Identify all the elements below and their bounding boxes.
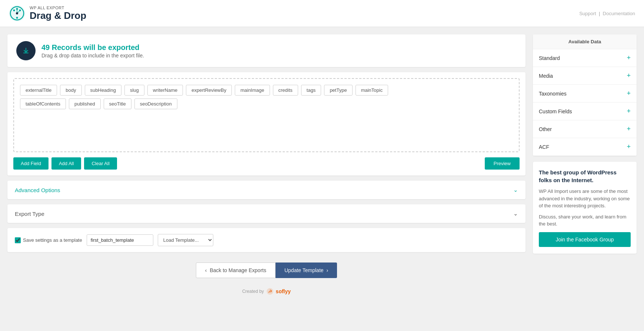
- field-tag[interactable]: credits: [273, 85, 298, 96]
- advanced-options-label: Advanced Options: [15, 187, 60, 193]
- export-type-toggle[interactable]: Export Type ⌄: [7, 204, 525, 223]
- records-count-title: 49 Records will be exported: [41, 43, 144, 52]
- category-label: Standard: [539, 55, 560, 61]
- left-column: 49 Records will be exported Drag & drop …: [7, 34, 525, 300]
- created-by-text: Created by: [242, 289, 264, 294]
- support-link[interactable]: Support: [579, 11, 596, 16]
- available-data-header: Available Data: [533, 34, 637, 49]
- field-tag[interactable]: seoTitle: [104, 98, 131, 109]
- field-tag[interactable]: mainTopic: [356, 85, 388, 96]
- right-sidebar: Available Data Standard+Media+Taxonomies…: [533, 34, 637, 254]
- fields-row-2: tableOfContentspublishedseoTitleseoDescr…: [20, 98, 513, 109]
- advanced-options-toggle[interactable]: Advanced Options ⌄: [7, 181, 525, 199]
- header-subtitle: WP ALL EXPORT: [30, 6, 86, 10]
- documentation-link[interactable]: Documentation: [603, 11, 635, 16]
- main-container: 49 Records will be exported Drag & drop …: [0, 27, 644, 307]
- logo-area: WP ALL EXPORT Drag & Drop: [9, 5, 86, 21]
- field-tag[interactable]: body: [60, 85, 81, 96]
- footer: Created by soflyy: [7, 283, 525, 300]
- header-links: Support | Documentation: [579, 11, 635, 16]
- category-label: Media: [539, 73, 553, 79]
- records-text: 49 Records will be exported Drag & drop …: [41, 43, 144, 58]
- drag-drop-container: externalTitlebodysubHeadingslugwriterNam…: [7, 72, 525, 175]
- records-banner: 49 Records will be exported Drag & drop …: [7, 34, 525, 67]
- field-tag[interactable]: tableOfContents: [20, 98, 66, 109]
- soflyy-brand: soflyy: [276, 288, 291, 294]
- chevron-down-icon: ⌄: [513, 187, 518, 193]
- records-description: Drag & drop data to include in the expor…: [41, 53, 144, 58]
- clear-all-button[interactable]: Clear All: [84, 157, 117, 170]
- preview-button[interactable]: Preview: [485, 157, 520, 170]
- bottom-buttons: ‹ Back to Manage Exports Update Template…: [7, 263, 525, 278]
- title-group: WP ALL EXPORT Drag & Drop: [30, 6, 86, 21]
- category-label: Taxonomies: [539, 91, 567, 97]
- field-tag[interactable]: published: [69, 98, 101, 109]
- template-name-input[interactable]: [87, 234, 153, 246]
- field-tag[interactable]: externalTitle: [20, 85, 57, 96]
- back-button[interactable]: ‹ Back to Manage Exports: [196, 263, 276, 278]
- field-tag[interactable]: expertReviewBy: [186, 85, 232, 96]
- category-label: ACF: [539, 144, 549, 150]
- save-template-label: Save settings as a template: [15, 237, 82, 243]
- community-title: The best group of WordPress folks on the…: [539, 168, 631, 184]
- field-tag[interactable]: writerName: [147, 85, 183, 96]
- fields-row-1: externalTitlebodysubHeadingslugwriterNam…: [20, 85, 513, 96]
- export-type-chevron-icon: ⌄: [513, 210, 518, 217]
- community-desc2: Discuss, share your work, and learn from…: [539, 213, 631, 228]
- field-tag[interactable]: petType: [324, 85, 352, 96]
- category-label: Custom Fields: [539, 108, 572, 114]
- field-tag[interactable]: mainImage: [235, 85, 270, 96]
- svg-point-8: [16, 12, 18, 14]
- add-all-button[interactable]: Add All: [51, 157, 81, 170]
- expand-icon: +: [627, 143, 631, 151]
- svg-point-2: [16, 8, 18, 10]
- expand-icon: +: [627, 107, 631, 115]
- category-label: Other: [539, 126, 552, 132]
- facebook-group-button[interactable]: Join the Facebook Group: [539, 232, 631, 247]
- sidebar-category-custom-fields[interactable]: Custom Fields+: [533, 103, 637, 120]
- soflyy-logo-icon: [266, 288, 274, 295]
- download-icon: [21, 46, 31, 56]
- back-button-label: Back to Manage Exports: [210, 267, 266, 273]
- save-template-checkbox[interactable]: [15, 237, 21, 243]
- sidebar-category-media[interactable]: Media+: [533, 67, 637, 85]
- sidebar-category-acf[interactable]: ACF+: [533, 138, 637, 156]
- drag-drop-area[interactable]: externalTitlebodysubHeadingslugwriterNam…: [13, 78, 520, 152]
- expand-icon: +: [627, 125, 631, 133]
- action-buttons: Add Field Add All Clear All Preview: [13, 157, 520, 170]
- logo-icon: [9, 5, 25, 21]
- sidebar-category-taxonomies[interactable]: Taxonomies+: [533, 85, 637, 103]
- svg-point-4: [16, 17, 18, 19]
- header-title: Drag & Drop: [30, 10, 86, 21]
- expand-icon: +: [627, 90, 631, 97]
- template-section: Save settings as a template Load Templat…: [7, 228, 525, 252]
- community-desc1: WP All Import users are some of the most…: [539, 188, 631, 210]
- save-template-text: Save settings as a template: [23, 237, 82, 243]
- expand-icon: +: [627, 54, 631, 62]
- field-tag[interactable]: seoDescription: [134, 98, 177, 109]
- update-template-button[interactable]: Update Template ›: [276, 263, 337, 278]
- back-arrow-icon: ‹: [205, 267, 207, 273]
- available-data-panel: Available Data Standard+Media+Taxonomies…: [533, 34, 637, 156]
- field-tag[interactable]: subHeading: [85, 85, 121, 96]
- export-type-label: Export Type: [15, 211, 44, 217]
- field-tag[interactable]: slug: [124, 85, 144, 96]
- update-arrow-icon: ›: [327, 267, 328, 273]
- sidebar-category-other[interactable]: Other+: [533, 120, 637, 138]
- records-title-suffix: Records will be exported: [50, 43, 139, 51]
- community-box: The best group of WordPress folks on the…: [533, 162, 637, 254]
- svg-point-5: [13, 10, 15, 11]
- sidebar-category-standard[interactable]: Standard+: [533, 49, 637, 67]
- field-tag[interactable]: tags: [301, 85, 321, 96]
- records-count: 49: [41, 43, 50, 51]
- sidebar-categories: Standard+Media+Taxonomies+Custom Fields+…: [533, 49, 637, 156]
- expand-icon: +: [627, 72, 631, 80]
- svg-point-3: [19, 10, 21, 11]
- header: WP ALL EXPORT Drag & Drop Support | Docu…: [0, 0, 644, 27]
- add-field-button[interactable]: Add Field: [13, 157, 49, 170]
- load-template-select[interactable]: Load Template...: [158, 234, 213, 246]
- records-icon: [16, 41, 36, 60]
- update-button-label: Update Template: [284, 267, 324, 273]
